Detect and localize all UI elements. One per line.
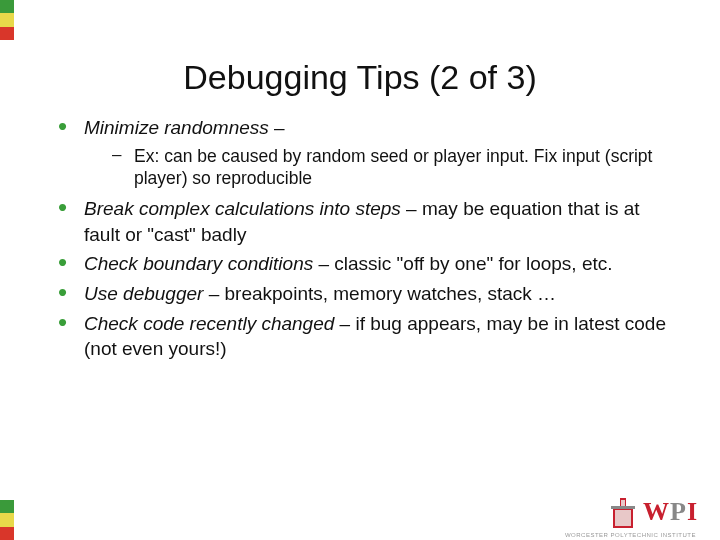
sub-bullet-text: Ex: can be caused by random seed or play… <box>134 145 670 191</box>
logo-letter-w: W <box>643 497 670 526</box>
bullet-emphasis: Break complex calculations into steps <box>84 198 401 219</box>
decorative-stripe-top <box>0 0 14 40</box>
slide-title: Debugging Tips (2 of 3) <box>0 0 720 115</box>
bullet-text: Check boundary conditions – classic "off… <box>84 251 613 277</box>
bullet-text: Check code recently changed – if bug app… <box>84 311 670 362</box>
bullet-item: •Use debugger – breakpoints, memory watc… <box>58 281 670 307</box>
bullet-emphasis: Check code recently changed <box>84 313 334 334</box>
bullet-rest: – <box>269 117 285 138</box>
bullet-rest: – breakpoints, memory watches, stack … <box>203 283 556 304</box>
wpi-logo-subtitle: WORCESTER POLYTECHNIC INSTITUTE <box>565 532 696 538</box>
wpi-logo-text: WPI <box>643 497 698 527</box>
bullet-dot-icon: • <box>58 196 84 218</box>
bullet-text: Use debugger – breakpoints, memory watch… <box>84 281 556 307</box>
svg-rect-4 <box>611 506 635 509</box>
bullet-item: •Break complex calculations into steps –… <box>58 196 670 247</box>
stripe-segment <box>0 513 14 526</box>
slide-content: •Minimize randomness ––Ex: can be caused… <box>0 115 720 362</box>
stripe-segment <box>0 13 14 26</box>
stripe-segment <box>0 0 14 13</box>
bullet-rest: – classic "off by one" for loops, etc. <box>313 253 612 274</box>
bullet-item: •Check boundary conditions – classic "of… <box>58 251 670 277</box>
stripe-segment <box>0 527 14 540</box>
bullet-text: Break complex calculations into steps – … <box>84 196 670 247</box>
bullet-dot-icon: • <box>58 281 84 303</box>
bullet-dot-icon: • <box>58 115 84 137</box>
logo-letter-p: P <box>670 497 687 526</box>
decorative-stripe-bottom <box>0 500 14 540</box>
wpi-logo: WPI <box>609 494 698 530</box>
bullet-item: •Minimize randomness – <box>58 115 670 141</box>
stripe-segment <box>0 27 14 40</box>
sub-bullet-item: –Ex: can be caused by random seed or pla… <box>112 145 670 191</box>
bullet-text: Minimize randomness – <box>84 115 285 141</box>
stripe-segment <box>0 500 14 513</box>
bullet-emphasis: Minimize randomness <box>84 117 269 138</box>
svg-rect-1 <box>615 510 631 526</box>
bullet-emphasis: Use debugger <box>84 283 203 304</box>
wpi-logo-seal-icon <box>609 494 637 530</box>
bullet-dot-icon: • <box>58 311 84 333</box>
sub-bullet-dash-icon: – <box>112 145 134 165</box>
bullet-item: •Check code recently changed – if bug ap… <box>58 311 670 362</box>
logo-letter-i: I <box>687 497 698 526</box>
bullet-emphasis: Check boundary conditions <box>84 253 313 274</box>
bullet-dot-icon: • <box>58 251 84 273</box>
